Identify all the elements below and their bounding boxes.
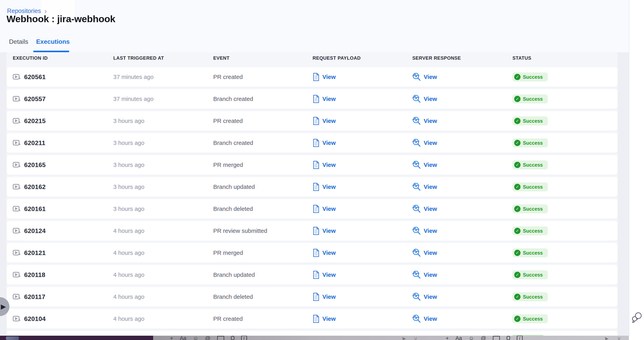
slash-command-icon[interactable]: / (517, 336, 523, 340)
status-label: Success (523, 74, 543, 80)
server-response-view-link[interactable]: View (412, 94, 437, 103)
status-badge: ✓ Success (512, 292, 548, 301)
tab-details[interactable]: Details (9, 38, 28, 45)
server-response-view-link[interactable]: View (412, 138, 437, 147)
send-icon[interactable]: ➤ (401, 336, 406, 340)
request-payload-view-link[interactable]: View (312, 139, 336, 147)
plus-icon[interactable]: + (446, 336, 449, 340)
composer-toolbar-right: + Aa ☺ @ / (446, 336, 523, 340)
inspect-response-icon (412, 138, 421, 147)
event-cell: Branch created (213, 89, 253, 109)
server-response-cell: View (412, 199, 437, 219)
last-triggered-cell: 4 hours ago (113, 265, 144, 285)
tab-executions[interactable]: Executions (36, 38, 70, 45)
request-payload-cell: View (312, 287, 336, 307)
request-payload-view-link[interactable]: View (312, 271, 336, 279)
status-cell: ✓ Success (512, 67, 548, 87)
last-triggered-value: 4 hours ago (113, 228, 144, 234)
last-triggered-value: 3 hours ago (113, 184, 144, 190)
check-circle-icon: ✓ (514, 316, 520, 322)
chevron-down-icon[interactable]: ∨ (617, 336, 621, 340)
request-payload-view-link[interactable]: View (312, 227, 336, 235)
execution-id-value: 620165 (24, 161, 46, 169)
emoji-icon[interactable]: ☺ (193, 336, 198, 340)
request-payload-view-link[interactable]: View (312, 183, 336, 191)
mention-icon[interactable]: @ (205, 336, 210, 340)
slash-command-icon[interactable]: / (241, 336, 247, 340)
document-icon (312, 205, 320, 213)
plus-icon[interactable]: + (170, 336, 173, 340)
server-response-cell: View (412, 133, 437, 153)
table-row: 620104 4 hours ago PR created (6, 309, 618, 328)
server-response-view-link[interactable]: View (412, 314, 437, 323)
event-cell: PR review submitted (213, 221, 267, 241)
table-row: 620215 3 hours ago PR created (6, 111, 618, 131)
view-label: View (322, 118, 336, 124)
event-value: PR created (213, 316, 243, 322)
last-triggered-value: 4 hours ago (113, 272, 144, 278)
status-cell: ✓ Success (512, 89, 548, 109)
document-icon (312, 293, 320, 301)
execution-id-cell: 620162 (13, 177, 46, 197)
view-label: View (424, 272, 437, 278)
request-payload-view-link[interactable]: View (312, 161, 336, 169)
event-value: Branch created (213, 96, 253, 102)
status-cell: ✓ Success (512, 199, 548, 219)
mention-icon[interactable]: @ (481, 336, 486, 340)
request-payload-view-link[interactable]: View (312, 73, 336, 81)
event-value: PR merged (213, 162, 243, 168)
request-payload-view-link[interactable]: View (312, 293, 336, 301)
image-icon[interactable] (493, 336, 500, 340)
status-label: Success (523, 272, 543, 278)
server-response-view-link[interactable]: View (412, 204, 437, 213)
event-cell: Branch created (213, 133, 253, 153)
document-icon (312, 271, 320, 279)
server-response-view-link[interactable]: View (412, 292, 437, 301)
status-label: Success (523, 316, 543, 322)
server-response-view-link[interactable]: View (412, 270, 437, 279)
server-response-view-link[interactable]: View (412, 182, 437, 191)
emoji-icon[interactable]: ☺ (469, 336, 474, 340)
send-icon[interactable]: ➤ (604, 336, 609, 340)
event-value: PR created (213, 118, 243, 124)
col-event: EVENT (213, 55, 230, 61)
last-triggered-cell: 3 hours ago (113, 133, 144, 153)
server-response-cell: View (412, 265, 437, 285)
server-response-view-link[interactable]: View (412, 73, 437, 81)
text-format-icon[interactable]: Aa (456, 336, 462, 340)
document-icon (312, 117, 320, 125)
last-triggered-value: 3 hours ago (113, 140, 144, 146)
execution-id-cell: 620561 (13, 67, 46, 87)
check-circle-icon: ✓ (514, 206, 520, 212)
request-payload-cell: View (312, 265, 336, 285)
server-response-view-link[interactable]: View (412, 160, 437, 169)
mic-icon[interactable] (231, 336, 234, 340)
mic-icon[interactable] (506, 336, 510, 340)
view-label: View (322, 272, 336, 278)
chat-bubbles-button[interactable] (632, 311, 643, 324)
view-label: View (424, 206, 437, 212)
last-triggered-cell: 3 hours ago (113, 177, 144, 197)
request-payload-view-link[interactable]: View (312, 117, 336, 125)
event-value: Branch deleted (213, 294, 253, 300)
right-rail (629, 0, 644, 340)
request-payload-view-link[interactable]: View (312, 315, 336, 323)
event-value: PR merged (213, 250, 243, 256)
view-label: View (322, 316, 336, 322)
event-cell: PR created (213, 309, 243, 328)
request-payload-view-link[interactable]: View (312, 205, 336, 213)
text-format-icon[interactable]: Aa (180, 336, 186, 340)
server-response-view-link[interactable]: View (412, 248, 437, 257)
execution-id-value: 620211 (24, 140, 45, 147)
request-payload-view-link[interactable]: View (312, 249, 336, 257)
col-execution-id: EXECUTION ID (13, 55, 48, 61)
server-response-view-link[interactable]: View (412, 116, 437, 125)
chevron-down-icon[interactable]: ∨ (414, 336, 418, 340)
event-value: Branch deleted (213, 206, 253, 212)
status-badge: ✓ Success (512, 182, 548, 192)
server-response-view-link[interactable]: View (412, 226, 437, 235)
image-icon[interactable] (217, 336, 224, 340)
request-payload-view-link[interactable]: View (312, 95, 336, 103)
status-cell: ✓ Success (512, 155, 548, 175)
execution-id-cell: 620161 (13, 199, 46, 219)
